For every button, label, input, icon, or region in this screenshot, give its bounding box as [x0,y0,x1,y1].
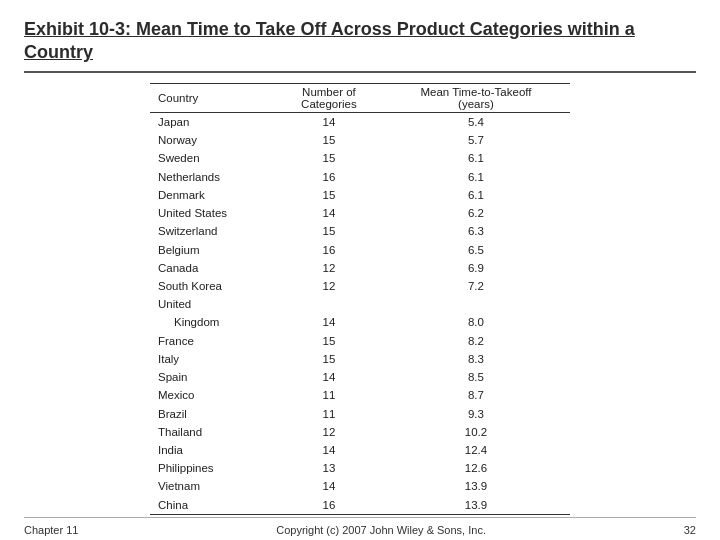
slide-title: Exhibit 10-3: Mean Time to Take Off Acro… [24,18,696,73]
table-row: France158.2 [150,332,570,350]
table-row: United [150,295,570,313]
cell-mean-time: 9.3 [382,404,570,422]
cell-country: United States [150,204,276,222]
cell-categories: 12 [276,259,382,277]
cell-categories: 13 [276,459,382,477]
cell-mean-time: 13.9 [382,477,570,495]
table-row: Norway155.7 [150,131,570,149]
cell-categories: 15 [276,131,382,149]
cell-categories: 16 [276,495,382,514]
cell-mean-time: 6.1 [382,168,570,186]
table-row: Belgium166.5 [150,240,570,258]
cell-categories: 11 [276,404,382,422]
slide: Exhibit 10-3: Mean Time to Take Off Acro… [0,0,720,540]
cell-mean-time: 5.7 [382,131,570,149]
footer-chapter: Chapter 11 [24,524,78,536]
cell-mean-time: 8.3 [382,350,570,368]
cell-country: Spain [150,368,276,386]
cell-categories: 15 [276,222,382,240]
cell-categories [276,295,382,313]
cell-categories: 15 [276,186,382,204]
cell-categories: 16 [276,240,382,258]
table-row: Thailand1210.2 [150,423,570,441]
table-row: Brazil119.3 [150,404,570,422]
table-body: Japan145.4Norway155.7Sweden156.1Netherla… [150,112,570,514]
cell-country: Norway [150,131,276,149]
cell-mean-time: 8.0 [382,313,570,331]
cell-country: Netherlands [150,168,276,186]
table-row: United States146.2 [150,204,570,222]
cell-country: South Korea [150,277,276,295]
cell-country: Mexico [150,386,276,404]
table-row: Vietnam1413.9 [150,477,570,495]
cell-country: Vietnam [150,477,276,495]
cell-mean-time: 7.2 [382,277,570,295]
col-header-categories: Number ofCategories [276,83,382,112]
cell-country: China [150,495,276,514]
cell-country: Kingdom [150,313,276,331]
cell-country: Canada [150,259,276,277]
cell-mean-time [382,295,570,313]
cell-country: Philippines [150,459,276,477]
table-row: South Korea127.2 [150,277,570,295]
cell-mean-time: 10.2 [382,423,570,441]
cell-mean-time: 12.6 [382,459,570,477]
data-table: Country Number ofCategories Mean Time-to… [150,83,570,515]
cell-categories: 14 [276,477,382,495]
cell-categories: 15 [276,350,382,368]
table-row: Netherlands166.1 [150,168,570,186]
cell-country: Sweden [150,149,276,167]
cell-categories: 14 [276,313,382,331]
cell-categories: 14 [276,112,382,131]
footer-page: 32 [684,524,696,536]
cell-country: France [150,332,276,350]
footer: Chapter 11 Copyright (c) 2007 John Wiley… [24,517,696,540]
cell-country: Brazil [150,404,276,422]
table-row: Canada126.9 [150,259,570,277]
cell-categories: 15 [276,149,382,167]
cell-country: Denmark [150,186,276,204]
cell-categories: 12 [276,277,382,295]
cell-mean-time: 13.9 [382,495,570,514]
table-row: Mexico118.7 [150,386,570,404]
cell-mean-time: 5.4 [382,112,570,131]
cell-mean-time: 8.5 [382,368,570,386]
table-row: Switzerland156.3 [150,222,570,240]
cell-country: Japan [150,112,276,131]
cell-mean-time: 6.1 [382,149,570,167]
table-row: Philippines1312.6 [150,459,570,477]
col-header-meantime: Mean Time-to-Takeoff(years) [382,83,570,112]
footer-copyright: Copyright (c) 2007 John Wiley & Sons, In… [276,524,486,536]
table-row: Italy158.3 [150,350,570,368]
cell-categories: 15 [276,332,382,350]
cell-mean-time: 6.9 [382,259,570,277]
cell-mean-time: 6.2 [382,204,570,222]
table-row: Denmark156.1 [150,186,570,204]
cell-mean-time: 8.7 [382,386,570,404]
table-row: Japan145.4 [150,112,570,131]
cell-mean-time: 8.2 [382,332,570,350]
table-row: Spain148.5 [150,368,570,386]
cell-country: Switzerland [150,222,276,240]
cell-mean-time: 6.5 [382,240,570,258]
cell-mean-time: 6.1 [382,186,570,204]
cell-country: Italy [150,350,276,368]
table-header-row: Country Number ofCategories Mean Time-to… [150,83,570,112]
table-row: India1412.4 [150,441,570,459]
cell-categories: 14 [276,368,382,386]
cell-categories: 14 [276,204,382,222]
cell-country: India [150,441,276,459]
cell-categories: 12 [276,423,382,441]
col-header-country: Country [150,83,276,112]
cell-country: Thailand [150,423,276,441]
cell-country: United [150,295,276,313]
cell-categories: 16 [276,168,382,186]
cell-mean-time: 12.4 [382,441,570,459]
cell-country: Belgium [150,240,276,258]
cell-mean-time: 6.3 [382,222,570,240]
table-row: Sweden156.1 [150,149,570,167]
table-row: China1613.9 [150,495,570,514]
cell-categories: 14 [276,441,382,459]
cell-categories: 11 [276,386,382,404]
table-container: Country Number ofCategories Mean Time-to… [24,83,696,515]
